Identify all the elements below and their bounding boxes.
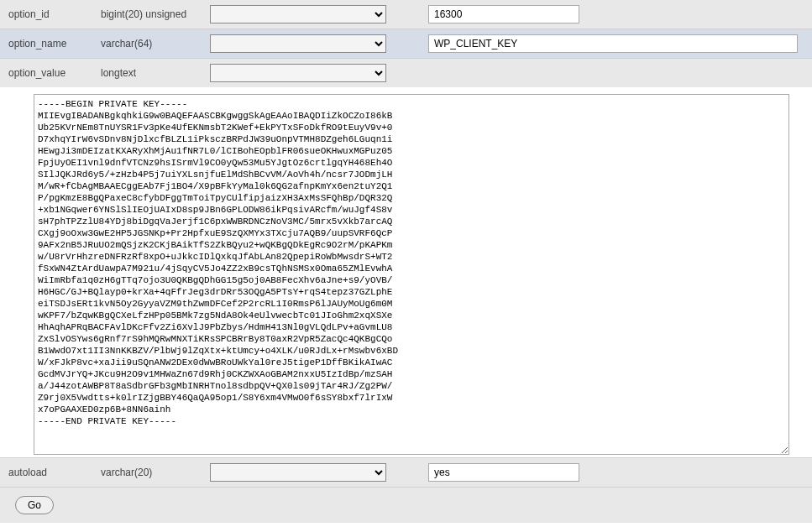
value-input-option-id[interactable] [428,5,579,23]
row-autoload: autoload varchar(20) [0,458,812,488]
function-select-option-name[interactable] [210,34,386,53]
field-label-autoload: autoload [3,463,96,482]
row-option-value: option_value longtext [0,59,812,87]
submit-row: Go [0,488,812,523]
type-label-option-name: varchar(64) [96,34,205,53]
row-option-name: option_name varchar(64) [0,29,812,59]
value-input-option-name[interactable] [428,34,798,53]
type-label-option-id: bigint(20) unsigned [96,5,205,23]
field-label-option-name: option_name [3,34,96,53]
field-label-option-value: option_value [3,64,96,82]
field-label-option-id: option_id [3,5,96,23]
function-select-autoload[interactable] [210,463,386,482]
function-select-option-id[interactable] [210,5,386,23]
type-label-autoload: varchar(20) [96,463,205,482]
value-input-autoload[interactable] [428,463,579,482]
row-option-value-text [0,87,812,458]
row-option-id: option_id bigint(20) unsigned [0,0,812,29]
value-textarea-option-value[interactable] [34,94,789,455]
go-button[interactable]: Go [15,496,54,514]
type-label-option-value: longtext [96,64,205,82]
function-select-option-value[interactable] [210,64,386,82]
